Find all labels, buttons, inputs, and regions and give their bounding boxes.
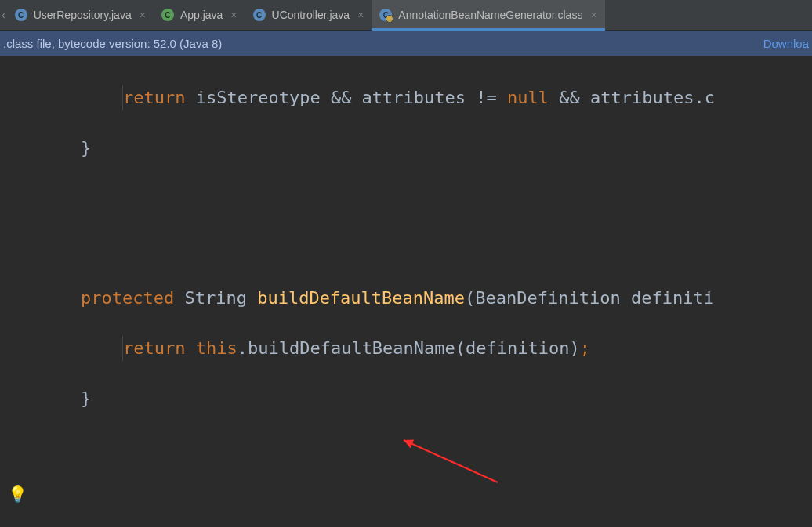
tab-app[interactable]: C App.java × xyxy=(154,0,245,30)
tab-bar: ‹ C UserRepository.java × C App.java × C… xyxy=(0,0,812,31)
keyword: null xyxy=(507,88,549,107)
tab-label: UController.java xyxy=(272,9,350,21)
tab-scroll-left-icon[interactable]: ‹ xyxy=(0,0,7,30)
java-class-icon: C xyxy=(15,9,27,21)
code-text: (BeanDefinition definiti xyxy=(465,288,714,308)
tab-label: App.java xyxy=(180,9,223,21)
code-text: && attributes.c xyxy=(549,88,715,107)
code-text: isStereotype && attributes != xyxy=(185,88,507,107)
keyword: protected xyxy=(39,288,174,308)
close-icon[interactable]: × xyxy=(230,9,237,21)
code-text: } xyxy=(39,386,812,411)
keyword: return xyxy=(123,338,185,358)
code-editor[interactable]: return isStereotype && attributes != nul… xyxy=(0,56,812,527)
close-icon[interactable]: × xyxy=(357,9,364,21)
semicolon: ; xyxy=(580,338,590,358)
download-sources-link[interactable]: Downloa xyxy=(763,37,809,50)
decompiler-banner: .class file, bytecode version: 52.0 (Jav… xyxy=(0,31,812,56)
tab-annotation-bean-name-generator[interactable]: C AnnotationBeanNameGenerator.class × xyxy=(372,0,604,30)
code-text: } xyxy=(39,135,812,161)
java-class-icon: C xyxy=(253,9,266,21)
code-text: .buildDefaultBeanName(definition) xyxy=(237,338,580,358)
tab-user-repository[interactable]: C UserRepository.java × xyxy=(7,0,154,30)
close-icon[interactable]: × xyxy=(590,9,596,21)
method-name: buildDefaultBeanName xyxy=(257,288,465,308)
code-text: String xyxy=(174,288,257,308)
keyword: return xyxy=(123,88,185,107)
intention-bulb-icon[interactable]: 💡 xyxy=(8,482,27,507)
close-icon[interactable]: × xyxy=(140,9,146,21)
tab-label: UserRepository.java xyxy=(34,9,132,21)
tab-ucontroller[interactable]: C UController.java × xyxy=(245,0,372,30)
java-run-class-icon: C xyxy=(161,9,174,21)
decompiler-banner-text: .class file, bytecode version: 52.0 (Jav… xyxy=(3,37,222,50)
keyword: this xyxy=(196,338,237,358)
java-compiled-class-icon: C xyxy=(379,9,392,21)
tab-label: AnnotationBeanNameGenerator.class xyxy=(398,9,582,21)
